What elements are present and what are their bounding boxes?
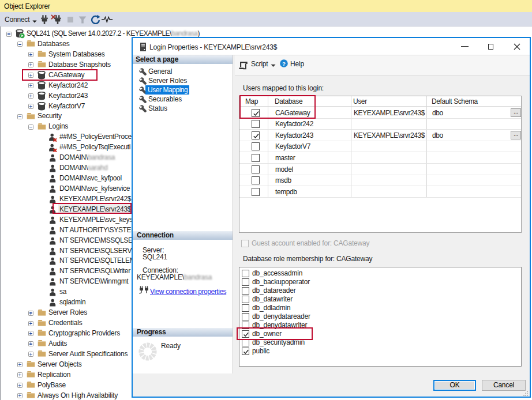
svg-text:?: ? [282,61,286,67]
